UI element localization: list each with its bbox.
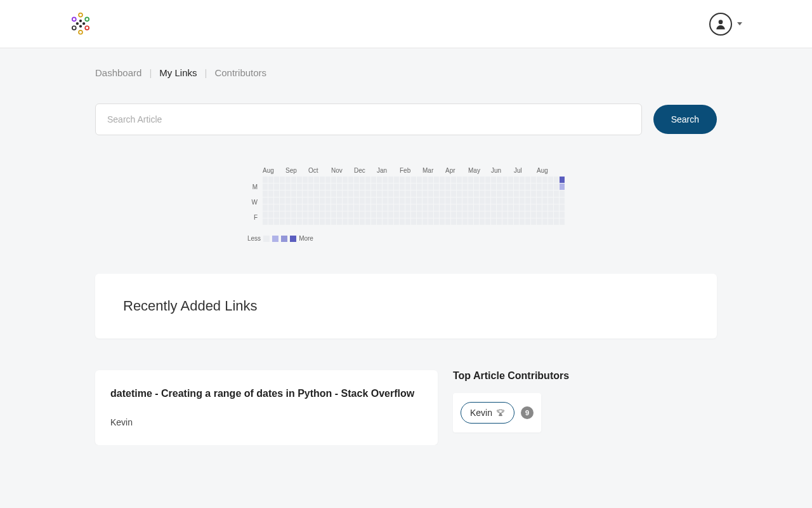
heatmap-cell[interactable] [440,211,445,218]
heatmap-cell[interactable] [440,184,445,190]
heatmap-cell[interactable] [303,177,308,183]
heatmap-cell[interactable] [491,211,496,218]
heatmap-cell[interactable] [497,218,502,225]
heatmap-cell[interactable] [303,184,308,190]
heatmap-cell[interactable] [263,211,268,218]
heatmap-cell[interactable] [274,197,279,204]
heatmap-cell[interactable] [388,184,393,190]
heatmap-cell[interactable] [445,211,450,218]
heatmap-cell[interactable] [285,204,291,211]
heatmap-cell[interactable] [525,204,530,211]
heatmap-cell[interactable] [365,197,370,204]
heatmap-cell[interactable] [383,184,388,190]
heatmap-cell[interactable] [388,190,393,197]
heatmap-cell[interactable] [445,190,450,197]
heatmap-cell[interactable] [263,218,268,225]
heatmap-cell[interactable] [337,211,342,218]
heatmap-cell[interactable] [354,197,359,204]
heatmap-cell[interactable] [428,177,433,183]
heatmap-cell[interactable] [428,184,433,190]
heatmap-cell[interactable] [422,197,428,204]
heatmap-cell[interactable] [371,177,376,183]
heatmap-cell[interactable] [537,197,542,204]
heatmap-cell[interactable] [480,190,485,197]
heatmap-cell[interactable] [343,177,348,183]
heatmap-cell[interactable] [531,177,536,183]
nav-my-links[interactable]: My Links [159,67,197,78]
heatmap-cell[interactable] [514,211,519,218]
heatmap-cell[interactable] [314,184,319,190]
heatmap-cell[interactable] [440,218,445,225]
heatmap-cell[interactable] [383,197,388,204]
heatmap-cell[interactable] [474,184,479,190]
heatmap-cell[interactable] [263,190,268,197]
heatmap-cell[interactable] [348,197,353,204]
heatmap-cell[interactable] [365,184,370,190]
heatmap-cell[interactable] [554,197,559,204]
heatmap-cell[interactable] [548,197,553,204]
heatmap-cell[interactable] [502,197,508,204]
heatmap-cell[interactable] [371,204,376,211]
heatmap-cell[interactable] [474,177,479,183]
heatmap-cell[interactable] [383,190,388,197]
heatmap-cell[interactable] [445,184,450,190]
heatmap-cell[interactable] [388,204,393,211]
user-menu[interactable] [709,13,742,36]
heatmap-cell[interactable] [297,184,302,190]
heatmap-cell[interactable] [417,218,422,225]
heatmap-cell[interactable] [514,218,519,225]
heatmap-cell[interactable] [451,184,456,190]
heatmap-cell[interactable] [303,197,308,204]
heatmap-cell[interactable] [274,211,279,218]
heatmap-cell[interactable] [394,184,399,190]
heatmap-cell[interactable] [502,211,508,218]
heatmap-cell[interactable] [434,197,439,204]
heatmap-cell[interactable] [325,218,331,225]
heatmap-cell[interactable] [365,204,370,211]
heatmap-cell[interactable] [440,204,445,211]
heatmap-cell[interactable] [377,204,382,211]
heatmap-cell[interactable] [462,218,468,225]
heatmap-cell[interactable] [320,190,325,197]
heatmap-cell[interactable] [360,197,365,204]
heatmap-cell[interactable] [348,177,353,183]
heatmap-cell[interactable] [428,190,433,197]
heatmap-cell[interactable] [308,184,313,190]
heatmap-cell[interactable] [491,197,496,204]
heatmap-cell[interactable] [520,184,525,190]
heatmap-cell[interactable] [497,184,502,190]
heatmap-cell[interactable] [480,204,485,211]
heatmap-cell[interactable] [542,177,547,183]
heatmap-cell[interactable] [411,204,416,211]
heatmap-cell[interactable] [508,184,513,190]
heatmap-cell[interactable] [474,218,479,225]
heatmap-cell[interactable] [348,184,353,190]
heatmap-cell[interactable] [502,177,508,183]
heatmap-cell[interactable] [325,204,331,211]
heatmap-cell[interactable] [468,218,473,225]
heatmap-cell[interactable] [485,184,490,190]
heatmap-cell[interactable] [457,177,462,183]
heatmap-cell[interactable] [274,204,279,211]
heatmap-cell[interactable] [360,190,365,197]
heatmap-cell[interactable] [291,190,296,197]
heatmap-cell[interactable] [542,190,547,197]
heatmap-cell[interactable] [554,211,559,218]
heatmap-cell[interactable] [462,197,468,204]
heatmap-cell[interactable] [354,204,359,211]
heatmap-cell[interactable] [411,197,416,204]
heatmap-cell[interactable] [525,177,530,183]
heatmap-cell[interactable] [331,204,336,211]
heatmap-cell[interactable] [508,218,513,225]
heatmap-cell[interactable] [263,184,268,190]
heatmap-cell[interactable] [531,184,536,190]
heatmap-cell[interactable] [434,204,439,211]
heatmap-cell[interactable] [337,190,342,197]
heatmap-cell[interactable] [280,190,285,197]
heatmap-cell[interactable] [474,204,479,211]
heatmap-cell[interactable] [474,190,479,197]
heatmap-cell[interactable] [537,190,542,197]
heatmap-cell[interactable] [422,177,428,183]
heatmap-cell[interactable] [291,177,296,183]
heatmap-cell[interactable] [320,184,325,190]
